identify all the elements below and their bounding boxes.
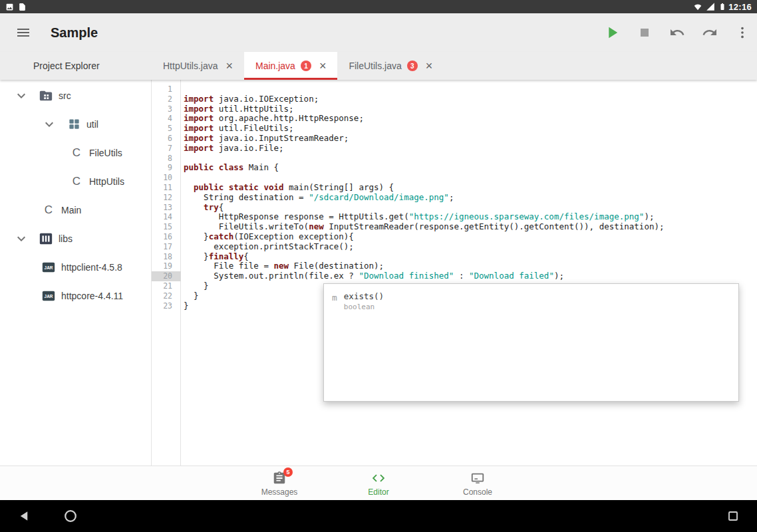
code-line-3[interactable]: 3import util.HttpUtils;	[152, 104, 757, 114]
code-line-11[interactable]: 11 public static void main(String[] args…	[152, 183, 757, 193]
code-line-14[interactable]: 14 HttpResponse response = HttpUtils.get…	[152, 212, 757, 222]
home-button[interactable]	[59, 504, 82, 528]
close-tab-icon[interactable]: ×	[226, 60, 233, 72]
code-icon	[371, 471, 386, 485]
status-bar: 12:16	[0, 0, 757, 13]
tree-item-httpcore-4.4.11[interactable]: JARhttpcore-4.4.11	[0, 281, 151, 310]
code-text	[181, 84, 184, 94]
tree-item-label: HttpUtils	[89, 176, 124, 187]
code-line-18[interactable]: 18 }finally{	[152, 252, 757, 262]
tab-Main.java[interactable]: Main.java1×	[244, 52, 337, 80]
line-number: 8	[152, 154, 181, 164]
chevron-down-icon[interactable]	[13, 88, 29, 104]
code-line-12[interactable]: 12 String destination = "/sdcard/Downloa…	[152, 193, 757, 203]
tree-item-FileUtils[interactable]: CFileUtils	[0, 138, 151, 167]
console-icon	[470, 471, 485, 485]
member-kind: m	[332, 293, 337, 303]
tab-label: HttpUtils.java	[163, 61, 218, 71]
code-text	[181, 154, 184, 164]
code-text: import java.io.IOException;	[181, 94, 319, 104]
tab-FileUtils.java[interactable]: FileUtils.java3×	[337, 52, 444, 80]
code-line-2[interactable]: 2import java.io.IOException;	[152, 94, 757, 104]
close-tab-icon[interactable]: ×	[426, 60, 433, 72]
svg-text:JAR: JAR	[45, 265, 53, 270]
line-number: 6	[152, 134, 181, 144]
close-tab-icon[interactable]: ×	[319, 60, 327, 72]
nav-console[interactable]: Console	[428, 470, 528, 497]
chevron-down-icon[interactable]	[41, 116, 57, 132]
line-number: 22	[152, 291, 181, 301]
page-title: Sample	[51, 25, 98, 41]
status-right-icons	[693, 2, 726, 11]
code-line-16[interactable]: 16 }catch(IOException exception){	[152, 232, 757, 242]
tree-item-httpclient-4.5.8[interactable]: JARhttpclient-4.5.8	[0, 253, 151, 281]
line-number: 2	[152, 94, 181, 104]
code-line-13[interactable]: 13 try{	[152, 203, 757, 213]
code-line-8[interactable]: 8	[152, 154, 757, 164]
redo-icon	[702, 25, 718, 41]
code-line-4[interactable]: 4import org.apache.http.HttpResponse;	[152, 114, 757, 124]
overflow-menu-button[interactable]	[733, 23, 752, 42]
chevron-down-icon[interactable]	[13, 231, 29, 247]
stop-button[interactable]	[635, 23, 654, 42]
line-number: 4	[152, 114, 181, 124]
tree-item-label: libs	[59, 233, 73, 244]
autocomplete-popup: mexists()boolean	[323, 283, 739, 402]
nav-messages[interactable]: 5Messages	[230, 470, 329, 497]
undo-button[interactable]	[668, 23, 686, 42]
editor-pane[interactable]: 12import java.io.IOException;3import uti…	[152, 80, 757, 466]
menu-icon[interactable]	[15, 24, 32, 41]
line-number: 1	[152, 84, 181, 94]
tree-item-util[interactable]: util	[0, 110, 151, 138]
tab-HttpUtils.java[interactable]: HttpUtils.java×	[152, 52, 244, 80]
code-line-9[interactable]: 9public class Main {	[152, 163, 757, 173]
suggestion-label: exists()	[344, 291, 384, 301]
code-line-6[interactable]: 6import java.io.InputStreamReader;	[152, 134, 757, 144]
code-line-7[interactable]: 7import java.io.File;	[152, 144, 757, 154]
code-line-5[interactable]: 5import util.FileUtils;	[152, 124, 757, 134]
code-text: public static void main(String[] args) {	[181, 183, 394, 193]
tree-item-Main[interactable]: CMain	[0, 196, 151, 224]
redo-button[interactable]	[700, 23, 719, 42]
code-text: HttpResponse response = HttpUtils.get("h…	[181, 212, 654, 222]
more-vert-icon	[735, 25, 750, 40]
line-number: 21	[152, 281, 181, 291]
line-number: 14	[152, 212, 181, 222]
back-button[interactable]	[12, 504, 36, 528]
recents-icon	[727, 510, 739, 522]
jar-icon: JAR	[41, 289, 56, 303]
bottom-nav: 5MessagesEditorConsole	[0, 466, 757, 500]
tree-item-label: FileUtils	[89, 148, 122, 158]
nav-editor[interactable]: Editor	[329, 470, 428, 497]
autocomplete-item-exists()[interactable]: mexists()boolean	[324, 284, 738, 319]
code-line-19[interactable]: 19 File file = new File(destination);	[152, 261, 757, 271]
code-line-10[interactable]: 10	[152, 173, 757, 183]
recents-button[interactable]	[721, 504, 745, 528]
tab-strip: Project Explorer HttpUtils.java×Main.jav…	[0, 52, 757, 80]
tree-item-src[interactable]: src	[0, 81, 151, 110]
code-line-1[interactable]: 1	[152, 84, 757, 94]
library-icon	[39, 231, 53, 246]
line-number: 12	[152, 193, 181, 203]
line-number: 10	[152, 173, 181, 183]
code-line-15[interactable]: 15 FileUtils.writeTo(new InputStreamRead…	[152, 222, 757, 232]
code-line-17[interactable]: 17 exception.printStackTrace();	[152, 242, 757, 252]
tree-item-HttpUtils[interactable]: CHttpUtils	[0, 167, 151, 196]
code-line-20[interactable]: 20 System.out.println(file.ex ? "Downloa…	[152, 271, 757, 281]
play-icon	[603, 23, 621, 42]
nav-label: Messages	[261, 487, 298, 497]
line-number: 17	[152, 242, 181, 252]
code-text: }	[181, 301, 189, 311]
code-text: String destination = "/sdcard/Download/i…	[181, 193, 454, 203]
battery-icon	[718, 2, 726, 11]
tree-item-libs[interactable]: libs	[0, 224, 151, 253]
main-content: srcutilCFileUtilsCHttpUtilsCMainlibsJARh…	[0, 80, 757, 466]
run-button[interactable]	[603, 23, 621, 42]
code-text: System.out.println(file.ex ? "Download f…	[181, 271, 564, 281]
code-text: import java.io.InputStreamReader;	[181, 134, 349, 144]
image-notification-icon	[5, 3, 14, 11]
code-text: }catch(IOException exception){	[181, 232, 354, 242]
code-text: exception.printStackTrace();	[181, 242, 354, 252]
code-text: File file = new File(destination);	[181, 261, 384, 271]
code-text: FileUtils.writeTo(new InputStreamReader(…	[181, 222, 664, 232]
